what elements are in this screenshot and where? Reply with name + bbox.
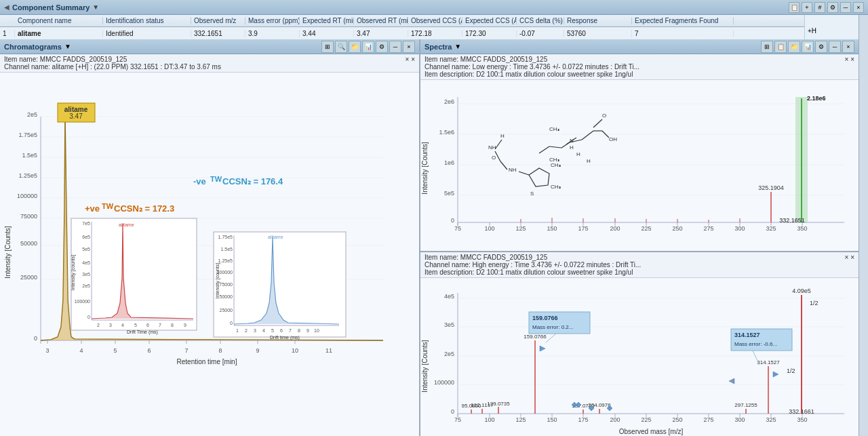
chrom-icon-7[interactable]: × <box>403 41 415 53</box>
svg-text:2e5: 2e5 <box>27 111 37 118</box>
spectra-icon-2[interactable]: 📋 <box>774 41 787 53</box>
svg-text:314.1527: 314.1527 <box>734 332 760 338</box>
svg-text:Drift time (ms): Drift time (ms) <box>270 335 300 340</box>
svg-text:300: 300 <box>734 225 745 232</box>
svg-text:325: 325 <box>766 225 776 232</box>
row-mass-error: 3.9 <box>245 30 300 37</box>
toolbar-icon-minimize[interactable]: ─ <box>840 2 851 13</box>
y-axis-label: Intensity [Counts] <box>4 226 12 278</box>
svg-text:4e5: 4e5 <box>444 293 454 300</box>
svg-text:8: 8 <box>218 347 222 354</box>
svg-text:4: 4 <box>79 347 83 354</box>
col-expected-ccs[interactable]: Expected CCS (Å²) <box>462 17 517 24</box>
svg-text:1.5e6: 1.5e6 <box>439 129 454 136</box>
svg-text:332.1661: 332.1661 <box>789 408 814 415</box>
col-response[interactable]: Response <box>564 17 632 24</box>
svg-line-154 <box>539 146 549 153</box>
title-dropdown-arrow[interactable]: ▼ <box>92 3 99 11</box>
col-observed-rt[interactable]: Observed RT (min) <box>354 17 408 24</box>
svg-text:175: 175 <box>578 225 588 232</box>
svg-text:Intensity [Counts]: Intensity [Counts] <box>421 340 429 392</box>
svg-text:O: O <box>602 113 606 119</box>
svg-text:11: 11 <box>326 347 332 354</box>
spectra-panel: Spectra ▼ ⊞ 📋 📁 📊 ⚙ ─ × × × Item name: M… <box>420 39 859 436</box>
main-vertical-scrollbar[interactable] <box>859 39 868 436</box>
col-identification-status[interactable]: Identification status <box>103 17 191 24</box>
svg-text:H: H <box>570 144 574 151</box>
row-observed-ccs: 172.18 <box>408 30 462 37</box>
toolbar-icon-add[interactable]: + <box>802 2 812 13</box>
spectra-icon-7[interactable]: × <box>842 41 854 53</box>
col-mass-error[interactable]: Mass error (ppm) <box>245 17 300 24</box>
spectra-icon-6[interactable]: ─ <box>829 41 841 53</box>
svg-text:100000: 100000 <box>434 379 454 386</box>
col-fragments[interactable]: Expected Fragments Found <box>632 17 734 24</box>
spectra-icon-3[interactable]: 📁 <box>788 41 800 53</box>
svg-line-145 <box>593 119 602 127</box>
chrom-icon-4[interactable]: 📊 <box>362 41 374 53</box>
adducts-cell: +H <box>804 15 859 39</box>
chrom-toolbar-icons: ⊞ 🔍 📁 📊 ⚙ ─ × <box>321 41 415 53</box>
svg-text:3: 3 <box>254 328 256 333</box>
chrom-icon-5[interactable]: ⚙ <box>376 41 388 53</box>
svg-text:Mass error: 0.2...: Mass error: 0.2... <box>532 324 573 330</box>
spectra-dropdown-arrow[interactable]: ▼ <box>454 43 461 50</box>
svg-text:2e6: 2e6 <box>444 98 454 105</box>
svg-text:250: 250 <box>672 225 682 232</box>
spectra-top-chart-area: Intensity [Counts] 2e6 1.5e6 1e6 5e5 0 <box>420 80 859 251</box>
svg-text:297.1255: 297.1255 <box>734 402 757 408</box>
chrom-icon-6[interactable]: ─ <box>389 41 401 53</box>
svg-text:3.47: 3.47 <box>69 113 83 120</box>
chrom-icon-2[interactable]: 🔍 <box>335 41 347 53</box>
svg-text:100000: 100000 <box>17 193 37 199</box>
svg-text:3: 3 <box>109 323 112 328</box>
toolbar-icon-hash[interactable]: # <box>814 2 825 13</box>
svg-text:4e5: 4e5 <box>82 260 90 265</box>
svg-text:Intensity [counts]: Intensity [counts] <box>71 255 76 291</box>
col-ccs-delta[interactable]: CCS delta (%) <box>517 17 564 24</box>
svg-text:8: 8 <box>171 323 174 328</box>
svg-text:350: 350 <box>797 416 807 423</box>
spectra-icon-5[interactable]: ⚙ <box>815 41 827 53</box>
toolbar-icon-gear[interactable]: ⚙ <box>827 2 838 13</box>
col-observed-mz[interactable]: Observed m/z <box>191 17 245 24</box>
svg-text:225: 225 <box>641 225 651 232</box>
row-component-name: alitame <box>15 30 103 37</box>
col-expected-rt[interactable]: Expected RT (min) <box>300 17 354 24</box>
svg-text:50000: 50000 <box>20 240 37 247</box>
svg-text:350: 350 <box>797 225 807 232</box>
svg-text:OH: OH <box>609 136 617 142</box>
toolbar-icon-clipboard[interactable]: 📋 <box>789 2 800 13</box>
col-component-name[interactable]: Component name <box>15 17 103 24</box>
table-row[interactable]: 1 alitame Identified 332.1651 3.9 3.44 3… <box>0 27 804 39</box>
svg-text:6: 6 <box>146 323 149 328</box>
svg-text:75000: 75000 <box>220 282 233 287</box>
spectra-bottom-close[interactable]: × × <box>845 254 854 261</box>
svg-text:8: 8 <box>298 328 300 333</box>
toolbar-icon-close[interactable]: × <box>853 2 864 13</box>
svg-text:Retention time [min]: Retention time [min] <box>177 358 237 365</box>
col-observed-ccs[interactable]: Observed CCS (Å²) <box>408 17 462 24</box>
svg-text:250: 250 <box>672 416 682 423</box>
spectra-low-energy: × × Item name: MMCC FADDS_200519_125 Cha… <box>420 54 859 252</box>
svg-text:50000: 50000 <box>220 294 233 299</box>
svg-text:7: 7 <box>289 328 292 333</box>
chromatograms-panel: Chromatograms ▼ ⊞ 🔍 📁 📊 ⚙ ─ × × × Item n… <box>0 39 420 436</box>
spectra-icon-4[interactable]: 📊 <box>802 41 814 53</box>
svg-text:0: 0 <box>451 217 454 224</box>
svg-text:129.0735: 129.0735 <box>487 401 510 407</box>
svg-text:9: 9 <box>307 328 309 333</box>
svg-text:CH₃: CH₃ <box>549 126 559 132</box>
vertical-scrollbar[interactable] <box>859 15 868 39</box>
spectra-top-close[interactable]: × × <box>845 56 854 63</box>
spectra-icon-1[interactable]: ⊞ <box>761 41 773 53</box>
chrom-icon-1[interactable]: ⊞ <box>321 41 334 53</box>
chrom-close-x[interactable]: × × <box>406 56 415 63</box>
svg-text:N: N <box>570 138 574 144</box>
svg-text:CH₃: CH₃ <box>551 184 561 190</box>
chrom-icon-3[interactable]: 📁 <box>349 41 361 53</box>
svg-text:332.1651: 332.1651 <box>779 217 805 224</box>
svg-marker-236 <box>773 372 778 377</box>
chrom-dropdown-arrow[interactable]: ▼ <box>64 43 71 50</box>
svg-text:25000: 25000 <box>220 308 233 313</box>
